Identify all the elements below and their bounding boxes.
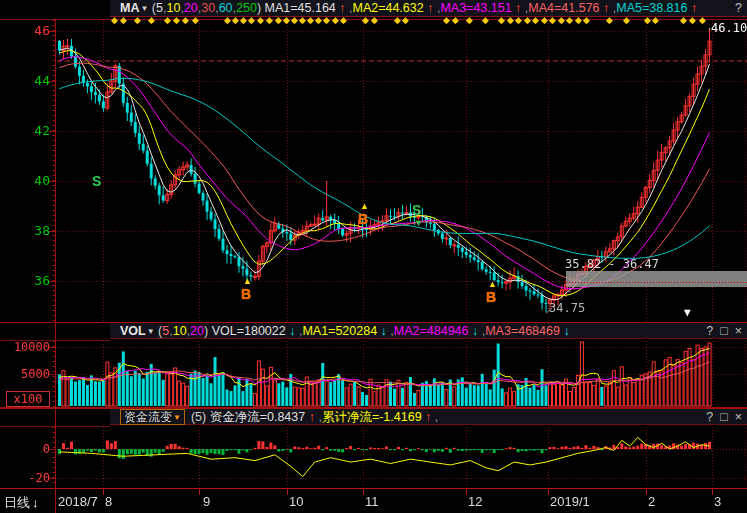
stock-chart-window: { "glyphs": {"dropdown":"▼","up_arrow":"…	[0, 0, 747, 513]
dropdown-icon: ▼	[147, 327, 155, 336]
event-diamond-icon: ◆	[507, 16, 514, 25]
param-token: 30	[201, 1, 215, 15]
volume-unit-box: x100	[6, 391, 50, 407]
month-label: 8	[105, 494, 112, 509]
param-token: 20	[190, 324, 204, 338]
indicator-value: MA4=41.576	[528, 1, 599, 15]
indicator-value: MA1=520284	[302, 324, 377, 338]
event-diamond-icon: ◆	[482, 16, 489, 25]
event-diamond-icon: ◆	[232, 16, 239, 25]
param-token: 60	[219, 1, 233, 15]
event-diamond-icon: ◆	[566, 16, 573, 25]
period-selector[interactable]: 日线↓	[4, 494, 39, 512]
event-diamond-icon: ◆	[402, 16, 409, 25]
signal-down-icon: ▼	[414, 219, 423, 228]
buy-signal-marker: B	[486, 290, 496, 304]
month-label: 11	[365, 494, 379, 509]
vol-dropdown[interactable]: VOL▼	[120, 324, 155, 338]
event-diamond-icon: ◆	[120, 16, 127, 25]
ma-dropdown[interactable]: MA▼	[120, 1, 148, 15]
indicator-value: MA3=468469	[485, 324, 560, 338]
header-buttons: ?□×	[699, 323, 742, 340]
maximize-button[interactable]: □	[720, 410, 728, 424]
price-axis-label: 42	[0, 124, 50, 137]
event-diamond-icon: ◆	[224, 16, 231, 25]
event-diamond-icon: ◆	[291, 16, 298, 25]
scroll-down-marker-icon[interactable]: ▼	[684, 306, 691, 319]
event-diamond-icon: ◆	[173, 16, 180, 25]
band-range-label: 35.82 - 36.47	[565, 257, 659, 271]
dropdown-icon: ▼	[173, 413, 181, 422]
indicator-value: MA2=484946	[394, 324, 469, 338]
event-diamond-icon: ◆	[583, 16, 590, 25]
price-axis-label: 38	[0, 224, 50, 237]
buy-signal-marker: B	[241, 287, 251, 301]
maximize-button[interactable]: □	[720, 324, 728, 338]
trend-down-icon: ↓	[286, 324, 296, 338]
trend-down-icon: ↓	[377, 324, 387, 338]
close-button[interactable]: ×	[735, 410, 742, 424]
trend-down-icon: ↓	[469, 324, 479, 338]
indicator-value: VOL=180022	[212, 324, 286, 338]
range-highlight-band	[566, 271, 747, 287]
signal-up-icon: ▲	[488, 280, 497, 289]
event-diamond-icon: ◆	[182, 16, 189, 25]
help-button[interactable]: ?	[706, 410, 713, 424]
event-diamond-icon: ◆	[192, 16, 199, 25]
event-diamond-icon: ◆	[257, 16, 264, 25]
month-label: 3	[714, 494, 721, 509]
event-diamond-icon: ◆	[275, 16, 282, 25]
trend-up-icon: ↑	[424, 1, 434, 15]
param-count: (5)	[191, 410, 210, 424]
event-diamond-icon: ◆	[644, 16, 651, 25]
volume-axis-label: 5000	[0, 368, 50, 381]
param-token: 5	[156, 1, 163, 15]
help-button[interactable]: ?	[735, 1, 742, 15]
trend-up-icon: ↑	[687, 1, 697, 15]
month-label: 2	[648, 494, 655, 509]
event-diamond-icon: ◆	[134, 16, 141, 25]
param-token: 20	[184, 1, 198, 15]
param-token: 10	[166, 1, 180, 15]
event-diamond-icon: ◆	[680, 16, 687, 25]
trend-up-icon: ↑	[512, 1, 522, 15]
event-diamond-icon: ◆	[323, 16, 330, 25]
fundflow-selector[interactable]: 资金流变▼	[120, 409, 185, 425]
period-down-icon: ↓	[32, 495, 39, 510]
indicator-value: 资金净流=0.8437	[210, 410, 306, 424]
event-diamond-icon: ◆	[315, 16, 322, 25]
trend-up-icon: ↑	[600, 1, 610, 15]
volume-axis-label: 10000	[0, 341, 50, 354]
indicator-value: MA1=45.164	[265, 1, 336, 15]
help-button[interactable]: ?	[706, 324, 713, 338]
separator: ,	[315, 410, 322, 424]
event-diamond-icon: ◆	[575, 16, 582, 25]
event-diamond-icon: ◆	[452, 16, 459, 25]
indicator-value: 累计净流=-1.4169	[322, 410, 422, 424]
ma-indicator-header: MA▼ (5,10,20,30,60,250) MA1=45.164 ↑ ,MA…	[110, 0, 747, 17]
fundflow-indicator-header: 资金流变▼(5) 资金净流=0.8437 ↑ ,累计净流=-1.4169 ↑ ,…	[110, 408, 747, 425]
event-diamond-icon: ◆	[266, 16, 273, 25]
month-label: 12	[468, 494, 482, 509]
event-diamond-icon: ◆	[541, 16, 548, 25]
month-label: 10	[289, 494, 303, 509]
separator: ,	[431, 410, 438, 424]
event-diamond-icon: ◆	[558, 16, 565, 25]
event-diamond-icon: ◆	[532, 16, 539, 25]
event-diamond-icon: ◆	[623, 16, 630, 25]
close-button[interactable]: ×	[735, 324, 742, 338]
header-buttons: ?□×	[699, 409, 742, 426]
header-buttons: ?	[728, 0, 742, 17]
event-diamond-icon: ◆	[371, 16, 378, 25]
trend-up-icon: ↑	[336, 1, 346, 15]
price-axis-label: 40	[0, 174, 50, 187]
period-label: 日线	[4, 495, 30, 510]
sell-signal-marker: S	[92, 174, 101, 188]
event-diamond-icon: ◆	[394, 16, 401, 25]
sell-signal-marker: S	[412, 203, 421, 217]
event-diamond-icon: ◆	[498, 16, 505, 25]
event-diamond-icon: ◆	[524, 16, 531, 25]
trend-up-icon: ↑	[305, 410, 315, 424]
event-diamond-icon: ◆	[699, 16, 706, 25]
month-label: 2018/7	[58, 494, 98, 509]
